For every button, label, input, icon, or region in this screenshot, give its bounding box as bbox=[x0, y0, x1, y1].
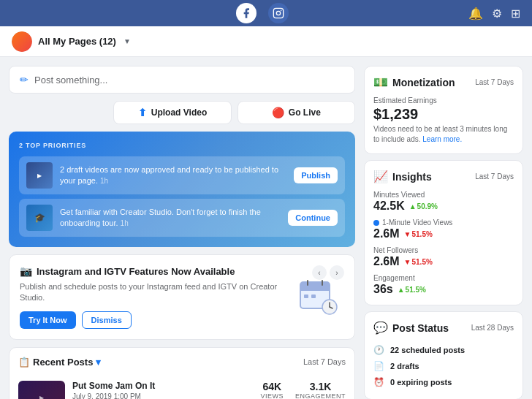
try-it-now-button[interactable]: Try It Now bbox=[20, 311, 76, 329]
edit-icon: ✏ bbox=[20, 74, 28, 86]
engagement-value-1: 3.1K bbox=[295, 381, 346, 392]
insights-period: Last 7 Days bbox=[475, 172, 514, 180]
instagram-icon: 📷 bbox=[20, 265, 32, 277]
upload-video-label: Upload Video bbox=[151, 107, 207, 118]
post-title-1: Put Some Jam On It bbox=[72, 381, 253, 391]
priorities-label: 2 TOP PRIORITIES bbox=[19, 142, 345, 149]
net-followers-value: 2.6M 51.5% bbox=[373, 255, 514, 268]
minutes-viewed-value: 42.5K 50.9% bbox=[373, 200, 514, 213]
monetization-note: Videos need to be at least 3 minutes lon… bbox=[373, 124, 514, 145]
views-stat-1: 64K VIEWS bbox=[260, 381, 284, 399]
monetization-widget: 💵 Monetization Last 7 Days Estimated Ear… bbox=[364, 66, 523, 154]
insights-icon: 📈 bbox=[373, 170, 388, 183]
scheduled-posts-row: 🕐 22 scheduled posts bbox=[373, 342, 514, 358]
drafts-row: 📄 2 drafts bbox=[373, 358, 514, 374]
insight-engagement: Engagement 36s 51.5% bbox=[373, 274, 514, 296]
svg-point-1 bbox=[276, 11, 280, 15]
money-icon: 💵 bbox=[373, 75, 388, 89]
upload-video-button[interactable]: ⬆ Upload Video bbox=[113, 101, 231, 124]
chevron-down-icon: ▼ bbox=[123, 37, 131, 45]
recent-posts-period: Last 7 Days bbox=[303, 357, 346, 366]
continue-button[interactable]: Continue bbox=[288, 210, 338, 226]
clock-icon: 🕐 bbox=[373, 345, 384, 355]
priority-thumb-1: ▶ bbox=[26, 162, 53, 189]
svg-rect-8 bbox=[304, 294, 308, 298]
upload-icon: ⬆ bbox=[138, 107, 147, 118]
left-panel: ✏ Post something... ⬆ Upload Video 🔴 Go … bbox=[0, 57, 364, 399]
go-live-label: Go Live bbox=[289, 107, 321, 118]
priorities-card: 2 TOP PRIORITIES ▶ 2 draft videos are no… bbox=[9, 132, 355, 247]
views-value-1: 64K bbox=[260, 381, 284, 392]
1min-views-value: 2.6M 51.5% bbox=[373, 227, 514, 240]
page-avatar bbox=[12, 31, 32, 52]
drafts-count: 2 drafts bbox=[390, 362, 419, 370]
priority-thumb-2: 🎓 bbox=[26, 205, 53, 231]
settings-icon[interactable]: ⚙ bbox=[492, 7, 502, 20]
dropdown-arrow-icon[interactable]: ▾ bbox=[96, 357, 101, 368]
post-placeholder: Post something... bbox=[34, 75, 107, 86]
earnings-label: Estimated Earnings bbox=[373, 96, 514, 104]
insights-header: 📈 Insights Last 7 Days bbox=[373, 170, 514, 183]
insights-title: 📈 Insights bbox=[373, 170, 432, 183]
dummy-left bbox=[9, 101, 107, 124]
trend-up-icon: 50.9% bbox=[409, 202, 438, 210]
net-followers-label: Net Followers bbox=[373, 246, 514, 254]
go-live-button[interactable]: 🔴 Go Live bbox=[238, 101, 355, 124]
earnings-value: $1,239 bbox=[373, 106, 514, 123]
svg-point-2 bbox=[280, 10, 281, 12]
instagram-banner: 📷 Instagram and IGTV Features Now Availa… bbox=[9, 254, 355, 340]
nav-icons bbox=[236, 3, 289, 23]
priority-item-1: ▶ 2 draft videos are now approved and re… bbox=[19, 156, 345, 194]
draft-icon: 📄 bbox=[373, 361, 384, 371]
1min-views-label: 1-Minute Video Views bbox=[373, 218, 514, 227]
grid-icon[interactable]: ⊞ bbox=[511, 7, 520, 20]
facebook-nav-icon[interactable] bbox=[236, 3, 256, 23]
views-label-1: VIEWS bbox=[260, 392, 284, 399]
engagement-stat-1: 3.1K ENGAGEMENT bbox=[295, 381, 346, 399]
trend-down-icon: 51.5% bbox=[404, 230, 433, 238]
bell-icon[interactable]: 🔔 bbox=[468, 7, 483, 20]
instagram-actions: Try It Now Dismiss bbox=[20, 311, 286, 329]
instagram-nav-icon[interactable] bbox=[268, 3, 289, 23]
main-layout: ✏ Post something... ⬆ Upload Video 🔴 Go … bbox=[0, 57, 532, 399]
instagram-banner-content: 📷 Instagram and IGTV Features Now Availa… bbox=[20, 265, 286, 329]
monetization-header: 💵 Monetization Last 7 Days bbox=[373, 75, 514, 89]
avatar-image bbox=[12, 31, 32, 52]
svg-rect-5 bbox=[300, 288, 330, 291]
post-item: ▶ 6:28 Put Some Jam On It July 9, 2019 1… bbox=[18, 375, 346, 399]
insight-minutes-viewed: Minutes Viewed 42.5K 50.9% bbox=[373, 191, 514, 213]
subheader: All My Pages (12) ▼ bbox=[0, 26, 532, 57]
insight-1min-views: 1-Minute Video Views 2.6M 51.5% bbox=[373, 218, 514, 240]
scheduled-count: 22 scheduled posts bbox=[390, 346, 465, 354]
action-row: ⬆ Upload Video 🔴 Go Live bbox=[9, 101, 355, 124]
priority-text-1: 2 draft videos are now approved and read… bbox=[60, 164, 286, 187]
trend-down-icon-2: 51.5% bbox=[404, 258, 433, 266]
engagement-value: 36s 51.5% bbox=[373, 283, 514, 296]
post-info-1: Put Some Jam On It July 9, 2019 1:00 PM … bbox=[72, 381, 253, 399]
learn-more-link[interactable]: Learn more. bbox=[422, 135, 462, 143]
posts-icon: 📋 bbox=[18, 357, 30, 368]
banner-next-button[interactable]: › bbox=[330, 265, 344, 280]
expiry-icon: ⏰ bbox=[373, 377, 384, 387]
monetization-title: 💵 Monetization bbox=[373, 75, 455, 89]
svg-rect-9 bbox=[311, 294, 316, 298]
page-selector[interactable]: All My Pages (12) ▼ bbox=[12, 31, 131, 52]
publish-button[interactable]: Publish bbox=[294, 167, 338, 183]
chat-icon: 💬 bbox=[373, 321, 388, 335]
priority-text-2: Get familiar with Creator Studio. Don't … bbox=[60, 207, 281, 229]
post-stats-1: 64K VIEWS 3.1K ENGAGEMENT bbox=[260, 381, 346, 399]
live-icon: 🔴 bbox=[272, 107, 284, 118]
monetization-period: Last 7 Days bbox=[475, 78, 514, 86]
post-input-bar[interactable]: ✏ Post something... bbox=[9, 66, 355, 94]
banner-prev-button[interactable]: ‹ bbox=[312, 265, 327, 280]
svg-rect-0 bbox=[273, 8, 283, 18]
banner-navigation: ‹ › bbox=[312, 265, 344, 280]
recent-posts-header: 📋 Recent Posts ▾ Last 7 Days bbox=[18, 357, 346, 368]
post-status-header: 💬 Post Status Last 28 Days bbox=[373, 321, 514, 335]
priority-item-2: 🎓 Get familiar with Creator Studio. Don'… bbox=[19, 199, 345, 237]
nav-right-actions: 🔔 ⚙ ⊞ bbox=[468, 7, 520, 20]
insight-net-followers: Net Followers 2.6M 51.5% bbox=[373, 246, 514, 268]
post-thumbnail-1: ▶ 6:28 bbox=[18, 381, 65, 399]
dismiss-button[interactable]: Dismiss bbox=[82, 311, 132, 329]
expiring-count: 0 expiring posts bbox=[390, 378, 452, 387]
